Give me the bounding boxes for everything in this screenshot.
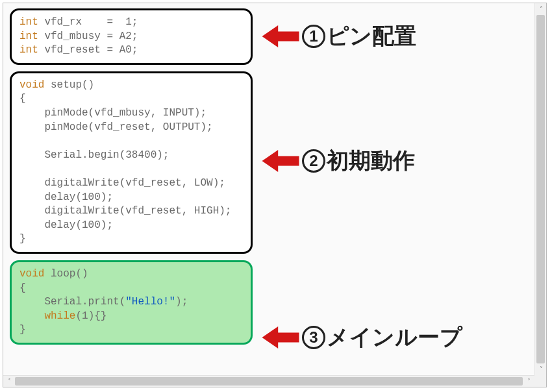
annotation-text: 初期動作 xyxy=(327,146,415,176)
hscroll-track[interactable] xyxy=(15,376,523,387)
annotation-3: 3メインループ xyxy=(262,323,462,352)
code-block-pins: int vfd_rx = 1; int vfd_mbusy = A2; int … xyxy=(10,8,253,65)
content-area: int vfd_rx = 1; int vfd_mbusy = A2; int … xyxy=(3,3,546,387)
horizontal-scrollbar[interactable]: ˂ ˃ xyxy=(3,375,534,387)
scroll-left-icon[interactable]: ˂ xyxy=(3,376,15,387)
circled-number: 1 xyxy=(302,25,325,48)
annotation-label: 1ピン配置 xyxy=(302,21,416,51)
svg-marker-0 xyxy=(262,25,299,47)
hscroll-thumb[interactable] xyxy=(15,377,523,386)
circled-number: 2 xyxy=(302,149,325,173)
vscroll-thumb[interactable] xyxy=(536,15,545,363)
arrow-icon xyxy=(262,24,299,49)
annotation-2: 2初期動作 xyxy=(262,146,415,176)
scroll-up-icon[interactable]: ˄ xyxy=(535,3,547,15)
code-viewport: int vfd_rx = 1; int vfd_mbusy = A2; int … xyxy=(3,3,547,387)
vertical-scrollbar[interactable]: ˄ ˅ xyxy=(534,3,546,375)
circled-number: 3 xyxy=(302,326,325,349)
scroll-down-icon[interactable]: ˅ xyxy=(535,363,547,375)
svg-marker-2 xyxy=(262,326,299,349)
code-block-loop: void loop() { Serial.print("Hello!"); wh… xyxy=(10,260,253,345)
annotation-label: 3メインループ xyxy=(302,323,462,352)
annotation-1: 1ピン配置 xyxy=(262,21,416,51)
vscroll-track[interactable] xyxy=(535,15,546,363)
scrollbar-corner xyxy=(534,375,546,387)
scroll-right-icon[interactable]: ˃ xyxy=(523,376,534,387)
annotation-text: ピン配置 xyxy=(327,21,416,51)
arrow-icon xyxy=(262,149,299,173)
arrow-icon xyxy=(262,325,299,350)
annotation-text: メインループ xyxy=(327,323,462,352)
code-block-setup: void setup() { pinMode(vfd_mbusy, INPUT)… xyxy=(10,71,253,254)
annotation-label: 2初期動作 xyxy=(302,146,415,176)
svg-marker-1 xyxy=(262,150,299,172)
